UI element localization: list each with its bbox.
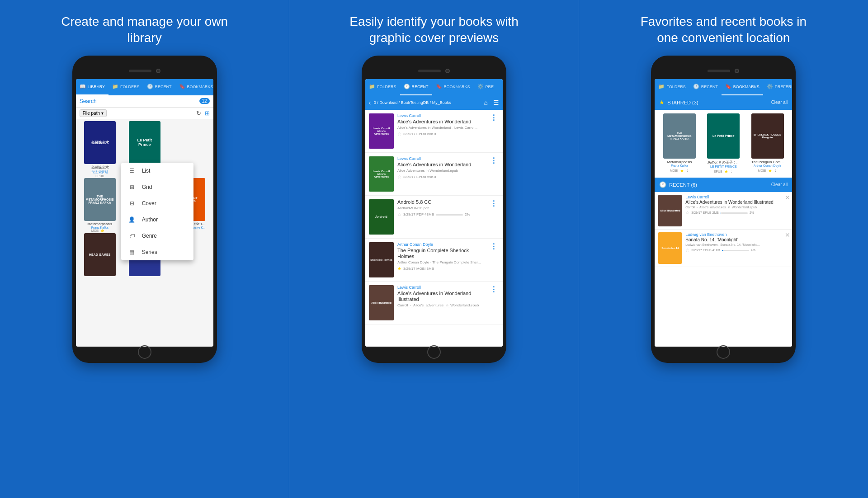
more-icon-4[interactable]: ⋮ [488, 242, 499, 251]
tab-3-prefs[interactable]: ⚙️ PREFERENCES [763, 79, 792, 95]
home-button-2[interactable] [427, 345, 441, 359]
tab-bookmarks[interactable]: 🔖 BOOKMARKS [175, 79, 213, 95]
dropdown-menu-1: ☰ List ⊞ Grid ⊟ Cover 👤 [121, 163, 193, 260]
tab-library[interactable]: 📖 LIBRARY [76, 79, 108, 95]
star-1[interactable]: ★ [680, 168, 684, 173]
prefs-icon-2: ⚙️ [477, 84, 484, 89]
recent-progress-1 [721, 212, 748, 214]
starred-book-3[interactable]: SHERLOCK HOLMES Penguin The Penguin Com.… [746, 113, 788, 174]
dropdown-list[interactable]: ☰ List [121, 163, 193, 179]
star-icon-4[interactable]: ★ [397, 266, 401, 271]
list-item-3[interactable]: Android Android 5.8 CC Android-5.8-CC.pd… [365, 196, 503, 239]
menu-icon-2[interactable]: ☰ [493, 99, 499, 106]
tab-3-bookmarks[interactable]: 🔖 BOOKMARKS [722, 79, 763, 95]
star-3[interactable]: ★ [768, 168, 772, 173]
list-subtitle-1: Alice's Adventures in Wonderland - Lewis… [397, 126, 485, 130]
home-button-1[interactable] [138, 345, 151, 359]
tab-bookmarks-label: BOOKMARKS [187, 85, 213, 89]
home-icon-2[interactable]: ⌂ [484, 99, 488, 106]
recent-title-2: Sonata No. 14, 'Moonlight' [685, 237, 788, 243]
list-item-5[interactable]: Alice Illustrated Lewis Carroll Alice's … [365, 282, 503, 324]
tab-3-recent-label: RECENT [701, 85, 718, 89]
more-starred-2[interactable]: ⋮ [730, 169, 733, 173]
recent-author-1: Lewis Carroll [685, 195, 788, 199]
book-cell-4[interactable]: THE METAMORPHOSIS FRANZ KAFKA Metamorpho… [78, 178, 122, 233]
more-icon-5[interactable]: ⋮ [488, 285, 499, 294]
more-icon-2[interactable]: ⋮ [488, 156, 499, 165]
screen-3: 📁 FOLDERS 🕐 RECENT 🔖 BOOKMARKS ⚙️ PREFER… [655, 79, 792, 347]
more-starred-3[interactable]: ⋮ [774, 169, 777, 172]
more-starred-1[interactable]: ⋮ [686, 169, 689, 172]
recent-item-2[interactable]: Sonata No.14 Ludwig van Beethoven Sonata… [655, 230, 792, 267]
tab-3-recent[interactable]: 🕐 RECENT [689, 79, 722, 95]
list-item-2[interactable]: Lewis Carroll Alice's Adventures Lewis C… [365, 153, 503, 196]
close-recent-2[interactable]: ✕ [785, 231, 790, 239]
back-icon-2[interactable]: ‹ [369, 99, 371, 106]
close-recent-1[interactable]: ✕ [785, 194, 790, 201]
bookmarks-icon-2: 🔖 [436, 84, 442, 89]
folders-icon: 📁 [112, 84, 118, 89]
dropdown-series[interactable]: ▤ Series [121, 244, 193, 260]
tab-3-folders[interactable]: 📁 FOLDERS [655, 79, 689, 95]
tab-folders[interactable]: 📁 FOLDERS [108, 79, 143, 95]
tab-bar-2: 📁 FOLDERS 🕐 RECENT 🔖 BOOKMARKS ⚙️ PRE [365, 79, 503, 95]
search-input-1[interactable]: Search [80, 98, 197, 104]
tab-recent[interactable]: 🕐 RECENT [143, 79, 175, 95]
tab-2-bookmarks[interactable]: 🔖 BOOKMARKS [432, 79, 474, 95]
recent-bar: 🕐 RECENT (6) Clear all [655, 178, 792, 192]
tab-bar-3: 📁 FOLDERS 🕐 RECENT 🔖 BOOKMARKS ⚙️ PREFER… [655, 79, 792, 95]
recent-title: RECENT (6) [669, 182, 771, 188]
tab-3-prefs-label: PREFERENCES [775, 85, 792, 89]
book-cell-1[interactable]: 金融炼金术 金融炼金术 作法 索罗斯 EPUB [78, 121, 122, 178]
grid-view-icon[interactable]: ⊞ [205, 110, 210, 117]
recent-star-2[interactable]: ☆ [685, 248, 689, 253]
tab-library-label: LIBRARY [88, 85, 105, 89]
list-info-2: Lewis Carroll Alice's Adventures in Wond… [397, 156, 485, 179]
starred-cover-2: Le Petit Prince [707, 113, 740, 159]
book-cell-7[interactable]: HEAD GAMES [78, 233, 122, 276]
recent-author-2: Ludwig van Beethoven [685, 232, 788, 237]
panel-2-title: Easily identify your books with graphic … [348, 14, 520, 47]
list-author-2: Lewis Carroll [397, 156, 485, 161]
more-icon-3[interactable]: ⋮ [488, 199, 499, 208]
star-icon-2[interactable]: ☆ [397, 174, 401, 179]
list-author-1: Lewis Carroll [397, 113, 485, 118]
recent-clear-all[interactable]: Clear all [771, 182, 788, 187]
author-icon: 👤 [128, 216, 136, 223]
dropdown-cover[interactable]: ⊟ Cover [121, 195, 193, 211]
recent-item-1[interactable]: Alice Illustrated Lewis Carroll Alice's … [655, 192, 792, 230]
tab-2-recent-label: RECENT [412, 85, 429, 89]
screen-2: 📁 FOLDERS 🕐 RECENT 🔖 BOOKMARKS ⚙️ PRE [365, 79, 503, 347]
star-icon-1[interactable]: ☆ [397, 132, 401, 136]
star-icon-3[interactable]: ☆ [397, 212, 401, 217]
list-item-4[interactable]: Sherlock Holmes Arthur Conan Doyle The P… [365, 239, 503, 282]
recent-icon-2: 🕐 [404, 84, 410, 89]
dropdown-genre[interactable]: 🏷 Genre [121, 228, 193, 244]
starred-book-2[interactable]: Le Petit Prince あのときの王子く... LE PETIT PRI… [703, 113, 745, 174]
recent-star-1[interactable]: ☆ [685, 210, 689, 215]
dropdown-author[interactable]: 👤 Author [121, 211, 193, 228]
recent-filename-2: Ludwig van Beethoven - Sonata No. 14, 'M… [685, 243, 788, 246]
list-item-1[interactable]: Lewis Carroll Alice's Adventures Lewis C… [365, 110, 503, 153]
list-subtitle-4: Arthur Conan Doyle - The Penguin Complet… [397, 260, 485, 264]
recent-list-container: Alice Illustrated Lewis Carroll Alice's … [655, 192, 792, 347]
list-author-4: Arthur Conan Doyle [397, 242, 485, 247]
refresh-icon[interactable]: ↻ [196, 110, 201, 117]
starred-book-1[interactable]: THE METAMORPHOSIS FRANZ KAFKA Metamorpho… [658, 113, 700, 174]
dropdown-grid[interactable]: ⊞ Grid [121, 179, 193, 195]
phone-top-3 [655, 65, 792, 77]
tab-2-prefs[interactable]: ⚙️ PRE [474, 79, 498, 95]
starred-clear-all[interactable]: Clear all [771, 100, 788, 105]
camera-3 [735, 69, 739, 73]
tab-3-folders-label: FOLDERS [666, 85, 686, 89]
progress-bar-3 [436, 214, 463, 216]
filepath-select[interactable]: File path ▾ [80, 109, 107, 117]
starred-author-2: LE PETIT PRINCE [710, 165, 737, 168]
home-button-3[interactable] [717, 345, 730, 359]
star-2[interactable]: ★ [724, 169, 728, 174]
more-icon-1[interactable]: ⋮ [488, 113, 499, 122]
list-author-5: Lewis Carroll [397, 285, 485, 290]
tab-2-recent[interactable]: 🕐 RECENT [400, 79, 432, 95]
tab-2-folders[interactable]: 📁 FOLDERS [365, 79, 400, 95]
list-subtitle-5: Carroll_-_Alice's_adventures_in_Wonderla… [397, 303, 485, 307]
